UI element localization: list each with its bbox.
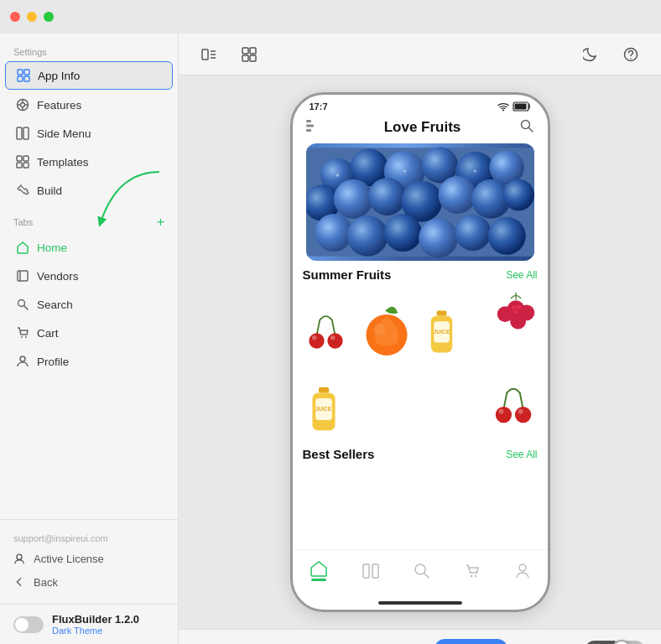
svg-point-5 <box>21 103 25 107</box>
templates-label: Templates <box>37 156 89 169</box>
sidebar-tab-profile[interactable]: Profile <box>5 348 173 375</box>
see-all-best[interactable]: See All <box>506 449 537 460</box>
close-button[interactable] <box>10 12 20 22</box>
live-site-button[interactable]: Live Site <box>435 639 507 645</box>
svg-point-67 <box>309 333 324 348</box>
status-time: 17:7 <box>310 101 328 112</box>
top-toolbar <box>179 34 661 75</box>
back-icon <box>12 574 27 589</box>
profile-icon <box>15 354 30 369</box>
svg-point-69 <box>327 333 342 348</box>
features-icon <box>15 97 30 112</box>
sidebar-item-app-info[interactable]: App Info <box>5 61 173 90</box>
svg-rect-30 <box>242 55 248 61</box>
side-menu-label: Side Menu <box>37 127 91 140</box>
slider-track[interactable] <box>586 641 644 645</box>
demo-slider[interactable] <box>586 641 644 645</box>
dark-theme-toggle[interactable] <box>13 616 44 633</box>
main-layout: Settings App Info <box>0 34 661 644</box>
svg-point-56 <box>315 214 352 252</box>
svg-line-66 <box>331 319 335 335</box>
content-spacer <box>293 465 548 549</box>
nav-cart[interactable] <box>455 559 489 583</box>
nav-search[interactable] <box>405 559 439 583</box>
home-indicator <box>378 601 462 605</box>
svg-point-68 <box>312 335 317 340</box>
svg-rect-13 <box>23 156 29 161</box>
home-tab-label: Home <box>37 242 67 254</box>
svg-point-34 <box>502 109 504 111</box>
nav-profile[interactable] <box>506 559 539 583</box>
preview-area: 17:7 <box>179 75 661 629</box>
nav-home[interactable] <box>301 557 336 584</box>
dark-mode-button[interactable] <box>577 41 604 68</box>
sidebar-tab-home[interactable]: Home <box>5 234 173 261</box>
svg-text:JUICE: JUICE <box>315 405 331 411</box>
sidebar-item-features[interactable]: Features <box>5 91 173 118</box>
sidebar-item-templates[interactable]: Templates <box>5 148 173 175</box>
best-sellers-header: Best Sellers See All <box>293 440 548 465</box>
svg-rect-16 <box>18 271 28 281</box>
phone-content: ✦ ✦ ✦ <box>293 143 548 610</box>
svg-point-21 <box>25 336 27 338</box>
sidebar-tab-vendors[interactable]: Vendors <box>5 262 173 289</box>
search-tab-label: Search <box>37 299 73 311</box>
svg-text:JUICE: JUICE <box>433 329 450 335</box>
grapefruit-item <box>349 302 416 361</box>
tabs-label: Tabs <box>13 217 33 227</box>
svg-point-82 <box>516 304 520 309</box>
sidebar-toggle-button[interactable] <box>195 41 222 68</box>
svg-point-92 <box>514 407 530 423</box>
svg-rect-39 <box>306 129 311 132</box>
phone-app-header: Love Fruits <box>293 115 548 143</box>
build-icon <box>15 183 30 198</box>
svg-point-51 <box>368 178 406 216</box>
phone-bottom-nav <box>293 549 548 598</box>
add-tab-button[interactable]: + <box>157 215 164 230</box>
active-license-item[interactable]: Active License <box>0 547 178 570</box>
settings-label: Settings <box>0 40 178 60</box>
svg-point-58 <box>383 214 421 252</box>
phone-mockup: 17:7 <box>290 92 550 612</box>
svg-line-88 <box>503 393 507 409</box>
cherry-2-item <box>489 381 538 429</box>
svg-point-98 <box>470 574 471 576</box>
search-phone-icon[interactable] <box>519 118 534 137</box>
svg-line-97 <box>424 574 429 578</box>
templates-icon <box>15 154 30 169</box>
minimize-button[interactable] <box>27 12 37 22</box>
svg-point-33 <box>630 58 632 60</box>
svg-rect-11 <box>23 127 29 139</box>
back-item[interactable]: Back <box>0 570 178 594</box>
nav-layout[interactable] <box>353 559 388 583</box>
svg-point-55 <box>502 179 534 211</box>
maximize-button[interactable] <box>44 12 54 22</box>
app-icon <box>16 68 31 83</box>
cart-icon <box>15 325 30 340</box>
sidebar-tab-cart[interactable]: Cart <box>5 319 173 346</box>
svg-point-23 <box>17 554 22 559</box>
svg-rect-14 <box>17 163 22 168</box>
svg-point-80 <box>510 314 526 330</box>
sidebar-item-build[interactable]: Build <box>5 177 173 204</box>
svg-rect-2 <box>18 76 23 81</box>
svg-rect-95 <box>372 564 378 578</box>
sidebar: Settings App Info <box>0 34 179 644</box>
sidebar-item-side-menu[interactable]: Side Menu <box>5 120 173 147</box>
svg-point-90 <box>495 407 511 423</box>
theme-sub: Dark Theme <box>52 626 139 636</box>
see-all-summer[interactable]: See All <box>506 269 537 281</box>
svg-rect-1 <box>24 70 29 75</box>
license-icon <box>12 551 27 566</box>
juice-bottle-2-item: JUICE <box>303 385 341 434</box>
svg-point-59 <box>419 219 458 258</box>
features-label: Features <box>37 99 81 112</box>
svg-rect-15 <box>23 163 29 168</box>
sidebar-tab-search[interactable]: Search <box>5 291 173 318</box>
svg-point-22 <box>20 356 25 361</box>
svg-rect-3 <box>24 76 29 81</box>
help-button[interactable] <box>617 41 644 68</box>
grid-view-button[interactable] <box>236 41 263 68</box>
svg-text:✦: ✦ <box>401 168 407 175</box>
svg-rect-0 <box>18 70 23 75</box>
